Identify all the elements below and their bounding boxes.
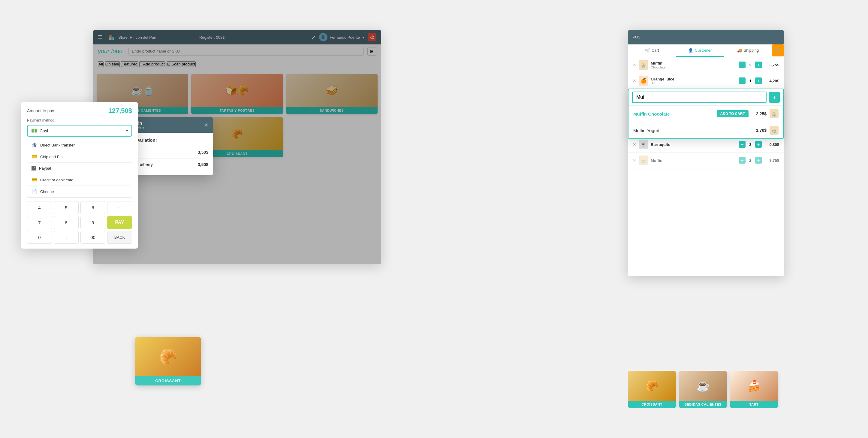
payment-modal: Amount to pay 127,50$ Payment method: 💵 … — [21, 102, 138, 249]
nav-customer[interactable]: 👤 Customer — [676, 44, 724, 57]
item-info: Muffin Chocolate — [651, 61, 737, 69]
bank-icon: 🏦 — [32, 142, 37, 148]
croissant-image: 🥐 — [135, 337, 201, 376]
item-thumbnail: 🧁 — [639, 60, 648, 70]
nav-shipping[interactable]: 🚚 Shipping — [724, 44, 772, 57]
numpad-0[interactable]: 0 — [27, 231, 52, 244]
item-info: Muffin — [651, 158, 737, 163]
card-icon: 💳 — [32, 177, 37, 183]
numpad-dot[interactable]: . — [54, 231, 79, 244]
payment-header: Amount to pay 127,50$ — [21, 102, 138, 117]
remove-item-icon[interactable]: ✕ — [633, 142, 636, 147]
item-name: Barraquito — [651, 142, 737, 147]
item-quantity: − 1 + — [739, 77, 762, 84]
numpad-grid: 4 5 6 ← 7 8 9 PAY 0 . 00 BACK — [27, 201, 132, 244]
qty-increase[interactable]: + — [755, 62, 762, 68]
croissant-label: CROISSANT — [135, 376, 201, 385]
cheque-icon: 📄 — [32, 189, 37, 194]
qty-increase[interactable]: + — [755, 157, 762, 164]
item-price: 3,75$ — [764, 63, 779, 67]
payment-option-bank[interactable]: 🏦 Direct Bank transfer — [27, 139, 132, 151]
strip-card-label: TART — [730, 401, 778, 408]
numpad-7[interactable]: 7 — [27, 216, 52, 229]
qty-decrease[interactable]: − — [739, 62, 746, 68]
strip-card-image: 🥐 — [628, 371, 676, 401]
variation-option-price: 3,50$ — [198, 150, 208, 155]
cart-item: ✕ 🍊 Orange juice Big − 1 + 4,20$ — [628, 73, 784, 89]
close-icon[interactable]: ✕ — [205, 122, 208, 128]
item-name: Muffin — [651, 61, 737, 65]
payment-option-chip[interactable]: 💳 Chip and Pin — [27, 151, 132, 163]
item-info: Orange juice Big — [651, 77, 737, 85]
search-result-muffin-chocolate: Muffin Chocolate ADD TO CART 2,25$ 🧁 — [628, 105, 783, 122]
item-quantity: − 2 + — [739, 62, 762, 68]
search-result-muffin-yogurt: Muffin Yogurt 1,70$ 🧁 — [628, 122, 783, 138]
add-to-cart-button[interactable]: ADD TO CART — [717, 110, 748, 117]
strip-card-bebidas[interactable]: ☕ BEBIDAS CALIENTES — [679, 371, 727, 408]
payment-options-dropdown: 🏦 Direct Bank transfer 💳 Chip and Pin 🅿 … — [27, 139, 132, 197]
cart-nav: 🛒 Cart 👤 Customer 🚚 Shipping 🛒 — [628, 44, 784, 57]
qty-decrease[interactable]: − — [739, 77, 746, 84]
croissant-featured-card[interactable]: 🥐 CROISSANT — [135, 337, 201, 385]
variation-option-price: 3,50$ — [198, 162, 208, 167]
numpad-9[interactable]: 9 — [81, 216, 105, 229]
strip-card-label: CROISSANT — [628, 401, 676, 408]
cart-topbar: POS — [628, 30, 784, 44]
cart-topbar-label: POS — [633, 35, 640, 39]
numpad-8[interactable]: 8 — [54, 216, 79, 229]
payment-method-select[interactable]: 💵 Cash ▾ — [27, 125, 132, 136]
qty-decrease[interactable]: − — [739, 157, 746, 164]
cart-panel: POS 🛒 Cart 👤 Customer 🚚 Shipping 🛒 ✕ 🧁 M… — [628, 30, 784, 276]
payment-amount: 127,50$ — [108, 107, 132, 115]
result-thumbnail: 🧁 — [770, 109, 779, 118]
search-add-button[interactable]: + — [769, 92, 780, 103]
option-label: Credit or debit card — [40, 178, 73, 182]
strip-card-croissant[interactable]: 🥐 CROISSANT — [628, 371, 676, 408]
active-cart-icon[interactable]: 🛒 — [772, 44, 784, 57]
item-thumbnail: ☕ — [639, 139, 648, 149]
result-price: 2,25$ — [751, 112, 767, 116]
item-sub: Chocolate — [651, 65, 737, 69]
numpad-backspace[interactable]: ← — [107, 201, 132, 214]
item-name: Muffin — [651, 158, 737, 163]
cart-item: ✕ 🧁 Muffin − 2 + 3,75$ — [628, 153, 784, 168]
qty-decrease[interactable]: − — [739, 141, 746, 148]
cart-item: ✕ 🧁 Muffin Chocolate − 2 + 3,75$ — [628, 57, 784, 73]
search-row: + — [628, 89, 783, 105]
search-field[interactable] — [632, 92, 767, 103]
remove-item-icon[interactable]: ✕ — [633, 158, 636, 163]
chevron-down-icon: ▾ — [126, 129, 128, 133]
qty-increase[interactable]: + — [755, 77, 762, 84]
qty-value: 2 — [747, 158, 754, 163]
strip-card-tartas[interactable]: 🍰 TART — [730, 371, 778, 408]
item-name: Orange juice — [651, 77, 737, 81]
qty-value: 2 — [747, 142, 754, 147]
customer-label: Customer — [695, 48, 712, 53]
search-dropdown: + Muffin Chocolate ADD TO CART 2,25$ 🧁 M… — [628, 89, 784, 139]
option-label: Chip and Pin — [40, 155, 62, 159]
payment-option-cheque[interactable]: 📄 Cheque — [27, 186, 132, 197]
numpad-4[interactable]: 4 — [27, 201, 52, 214]
result-price: 1,70$ — [751, 128, 767, 133]
item-info: Barraquito — [651, 142, 737, 147]
payment-method-label: Payment method: — [21, 117, 138, 124]
qty-increase[interactable]: + — [755, 141, 762, 148]
strip-card-label: BEBIDAS CALIENTES — [679, 401, 727, 408]
strip-card-image: 🍰 — [730, 371, 778, 401]
numpad-00[interactable]: 00 — [81, 231, 105, 244]
back-button[interactable]: BACK — [107, 231, 132, 244]
pay-button[interactable]: PAY — [107, 216, 132, 229]
customer-icon: 👤 — [688, 48, 693, 53]
numpad-5[interactable]: 5 — [54, 201, 79, 214]
numpad: 4 5 6 ← 7 8 9 PAY 0 . 00 BACK — [21, 200, 138, 249]
cash-icon: 💵 — [31, 128, 37, 134]
payment-option-paypal[interactable]: 🅿 Paypal — [27, 163, 132, 174]
item-price: 3,75$ — [764, 158, 779, 163]
item-thumbnail: 🍊 — [639, 76, 648, 86]
paypal-icon: 🅿 — [32, 166, 36, 171]
nav-cart[interactable]: 🛒 Cart — [628, 44, 676, 57]
payment-option-card[interactable]: 💳 Credit or debit card — [27, 174, 132, 186]
remove-item-icon[interactable]: ✕ — [633, 79, 636, 83]
remove-item-icon[interactable]: ✕ — [633, 62, 636, 67]
numpad-6[interactable]: 6 — [81, 201, 105, 214]
